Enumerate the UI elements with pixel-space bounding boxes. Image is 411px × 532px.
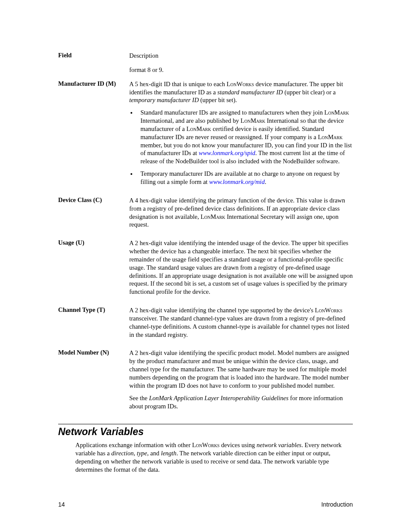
channel-type-text: A 2 hex-digit value identifying the chan… bbox=[129, 306, 353, 339]
bullet-temporary-ids: Temporary manufacturer IDs are available… bbox=[137, 170, 353, 186]
smallcaps-lonmark: LonMark bbox=[324, 109, 349, 116]
desc-usage: A 2 hex-digit value identifying the inte… bbox=[129, 239, 353, 300]
document-page: Field Description format 8 or 9. Manufac… bbox=[0, 0, 411, 532]
page-number: 14 bbox=[58, 501, 65, 508]
smallcaps-lonmark: LonMark bbox=[240, 117, 265, 124]
model-number-see-also: See the LonMark Application Layer Intero… bbox=[129, 394, 353, 411]
chapter-name: Introduction bbox=[321, 501, 353, 508]
smallcaps-lonworks: LonWorks bbox=[227, 81, 254, 87]
text-fragment: Applications exchange information with o… bbox=[75, 442, 192, 448]
section-title-network-variables: Network Variables bbox=[58, 426, 353, 438]
page-footer: 14 Introduction bbox=[58, 501, 353, 508]
text-fragment: . bbox=[265, 178, 266, 185]
text-fragment: International, and are also published by bbox=[140, 117, 240, 124]
link-mid[interactable]: www.lonmark.org/mid bbox=[209, 178, 265, 185]
network-variables-paragraph: Applications exchange information with o… bbox=[75, 441, 353, 473]
text-fragment: See the bbox=[129, 395, 149, 401]
device-class-text: A 4 hex-digit value identifying the prim… bbox=[129, 196, 353, 229]
text-fragment: transceiver. The standard channel-type v… bbox=[129, 315, 349, 338]
smallcaps-lonworks: LonWorks bbox=[315, 307, 342, 314]
format-carryover-text: format 8 or 9. bbox=[129, 66, 353, 74]
table-header-field: Field bbox=[58, 52, 129, 60]
italic-term: standard manufacturer ID bbox=[218, 89, 283, 96]
field-usage: Usage (U) bbox=[58, 239, 129, 300]
manufacturer-bullets: Standard manufacturer IDs are assigned t… bbox=[129, 109, 353, 186]
text-fragment: Standard manufacturer IDs are assigned t… bbox=[140, 109, 324, 116]
italic-term: type bbox=[137, 450, 147, 457]
field-model-number: Model Number (N) bbox=[58, 349, 129, 414]
italic-term: network variables bbox=[256, 442, 301, 448]
manufacturer-intro: A 5 hex-digit ID that is unique to each … bbox=[129, 80, 353, 105]
usage-text: A 2 hex-digit value identifying the inte… bbox=[129, 239, 353, 296]
desc-manufacturer-id: A 5 hex-digit ID that is unique to each … bbox=[129, 80, 353, 190]
text-fragment: devices using bbox=[220, 442, 257, 448]
field-description-table: Field Description format 8 or 9. Manufac… bbox=[58, 52, 353, 414]
smallcaps-lonmark: LonMark bbox=[201, 213, 225, 220]
text-fragment: (upper bit set). bbox=[199, 96, 237, 103]
table-header-description: Description bbox=[129, 52, 353, 60]
smallcaps-lonworks: LonWorks bbox=[192, 442, 220, 448]
bullet-standard-ids: Standard manufacturer IDs are assigned t… bbox=[137, 109, 353, 165]
desc-channel-type: A 2 hex-digit value identifying the chan… bbox=[129, 306, 353, 343]
model-number-text: A 2 hex-digit value identifying the spec… bbox=[129, 349, 353, 389]
desc-device-class: A 4 hex-digit value identifying the prim… bbox=[129, 196, 353, 233]
field-channel-type: Channel Type (T) bbox=[58, 306, 129, 343]
italic-title: LonMark Application Layer Interoperabili… bbox=[149, 395, 289, 401]
italic-term: direction bbox=[111, 450, 134, 457]
italic-term: temporary manufacturer ID bbox=[129, 96, 199, 103]
italic-term: length bbox=[161, 450, 176, 457]
text-fragment: (upper bit clear) or a bbox=[283, 89, 336, 96]
field-manufacturer-id: Manufacturer ID (M) bbox=[58, 80, 129, 190]
field-device-class: Device Class (C) bbox=[58, 196, 129, 233]
empty-field-cell bbox=[58, 66, 129, 74]
smallcaps-lonmark: LonMark bbox=[318, 134, 342, 140]
link-spid[interactable]: www.lonmark.org/spid bbox=[199, 149, 255, 156]
text-fragment: A 2 hex-digit value identifying the chan… bbox=[129, 307, 315, 314]
text-fragment: , and bbox=[147, 450, 161, 457]
text-fragment: A 5 hex-digit ID that is unique to each bbox=[129, 81, 227, 87]
desc-model-number: A 2 hex-digit value identifying the spec… bbox=[129, 349, 353, 414]
section-divider bbox=[58, 424, 353, 424]
smallcaps-lonmark: LonMark bbox=[187, 125, 211, 132]
